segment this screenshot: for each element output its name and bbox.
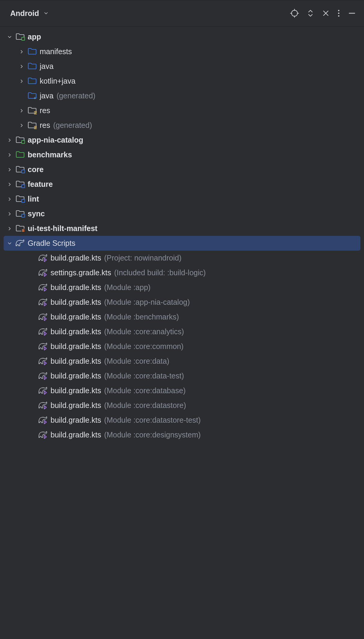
tree-node[interactable]: app-nia-catalog xyxy=(0,133,364,147)
tree-node-hint: (Module :core:analytics) xyxy=(104,327,184,336)
tree-node-hint: (Project: nowinandroid) xyxy=(104,254,181,262)
tree-node-label: build.gradle.kts xyxy=(51,416,101,424)
svg-point-9 xyxy=(338,15,340,17)
tree-node-hint: (Included build: :build-logic) xyxy=(114,268,206,277)
tree-node[interactable]: build.gradle.kts(Module :benchmarks) xyxy=(0,310,364,324)
chevron-right-icon[interactable] xyxy=(6,196,13,203)
tree-node-hint: (Module :app-nia-catalog) xyxy=(104,298,190,307)
chevron-down-icon xyxy=(43,11,49,16)
gradle-file-icon xyxy=(39,431,48,439)
tree-node-label: ui-test-hilt-manifest xyxy=(28,224,97,233)
tree-node-label: lint xyxy=(28,195,39,203)
view-title: Android xyxy=(10,9,39,18)
tree-node[interactable]: build.gradle.kts(Module :core:datastore-… xyxy=(0,413,364,428)
tree-node[interactable]: build.gradle.kts(Module :core:analytics) xyxy=(0,324,364,339)
module-ui-icon xyxy=(16,224,25,233)
tree-node[interactable]: build.gradle.kts(Module :core:database) xyxy=(0,383,364,398)
chevron-right-icon[interactable] xyxy=(6,166,13,173)
module-group-icon xyxy=(16,210,25,218)
chevron-right-icon[interactable] xyxy=(6,210,13,218)
tree-node[interactable]: res(generated) xyxy=(0,118,364,133)
svg-point-0 xyxy=(292,10,298,16)
expand-collapse-icon[interactable] xyxy=(307,9,314,17)
tree-node-hint: (Module :core:data) xyxy=(104,357,169,366)
tree-node-label: manifests xyxy=(40,47,72,56)
chevron-right-icon[interactable] xyxy=(18,122,25,129)
tree-node-label: app-nia-catalog xyxy=(28,136,83,144)
tree-node[interactable]: java xyxy=(0,59,364,74)
tree-node[interactable]: build.gradle.kts(Module :core:data-test) xyxy=(0,369,364,383)
tree-node-label: settings.gradle.kts xyxy=(51,268,111,277)
tree-node[interactable]: build.gradle.kts(Module :core:data) xyxy=(0,354,364,369)
svg-point-7 xyxy=(338,10,340,11)
chevron-right-icon[interactable] xyxy=(18,107,25,114)
chevron-right-icon[interactable] xyxy=(6,151,13,159)
tree-node[interactable]: kotlin+java xyxy=(0,74,364,88)
minimize-icon[interactable] xyxy=(348,9,356,17)
tree-node-label: core xyxy=(28,165,44,174)
chevron-right-icon[interactable] xyxy=(18,63,25,70)
gradle-file-icon xyxy=(39,401,48,410)
tree-node-hint: (Module :benchmarks) xyxy=(104,313,179,321)
tree-node[interactable]: ui-test-hilt-manifest xyxy=(0,221,364,236)
tree-node[interactable]: feature xyxy=(0,177,364,192)
tree-node-label: build.gradle.kts xyxy=(51,313,101,321)
tree-node[interactable]: build.gradle.kts(Module :app) xyxy=(0,280,364,295)
tree-node-label: sync xyxy=(28,209,45,218)
more-icon[interactable] xyxy=(338,9,340,17)
gradle-file-icon xyxy=(39,342,48,351)
folder-green-icon xyxy=(16,151,25,159)
tree-node-label: benchmarks xyxy=(28,150,72,159)
tree-node-hint: (Module :core:datastore) xyxy=(104,401,186,410)
tree-node-label: build.gradle.kts xyxy=(51,431,101,439)
tree-node-label: res xyxy=(40,106,50,115)
tree-node[interactable]: benchmarks xyxy=(0,147,364,162)
tree-node-label: kotlin+java xyxy=(40,77,76,85)
tree-node[interactable]: res xyxy=(0,103,364,118)
tree-node-label: Gradle Scripts xyxy=(28,239,75,248)
module-group-icon xyxy=(16,180,25,189)
folder-blue-icon xyxy=(28,48,37,56)
gradle-file-icon xyxy=(39,387,48,395)
tree-node[interactable]: Gradle Scripts xyxy=(4,236,360,251)
chevron-right-icon[interactable] xyxy=(6,225,13,232)
tree-node-label: java xyxy=(40,62,54,71)
tree-node[interactable]: settings.gradle.kts(Included build: :bui… xyxy=(0,265,364,280)
tree-node[interactable]: build.gradle.kts(Module :app-nia-catalog… xyxy=(0,295,364,310)
module-icon xyxy=(16,33,25,41)
project-tree: appmanifestsjavakotlin+javajava(generate… xyxy=(0,26,364,445)
chevron-right-icon[interactable] xyxy=(6,181,13,188)
tree-node[interactable]: build.gradle.kts(Module :core:datastore) xyxy=(0,398,364,413)
tree-node[interactable]: manifests xyxy=(0,44,364,59)
tree-node[interactable]: build.gradle.kts(Module :core:common) xyxy=(0,339,364,354)
tree-node[interactable]: java(generated) xyxy=(0,88,364,103)
view-selector[interactable]: Android xyxy=(10,9,49,18)
chevron-right-icon[interactable] xyxy=(6,137,13,144)
project-panel: Android appmanifestsjavakotlin+javaj xyxy=(0,0,364,445)
folder-gen-icon xyxy=(28,92,37,100)
target-icon[interactable] xyxy=(290,9,299,18)
chevron-down-icon[interactable] xyxy=(6,240,13,247)
gradle-file-icon xyxy=(39,269,48,277)
tree-node[interactable]: core xyxy=(0,162,364,177)
panel-header: Android xyxy=(0,0,364,26)
tree-node-label: build.gradle.kts xyxy=(51,342,101,351)
tree-node-hint: (Module :core:datastore-test) xyxy=(104,416,201,424)
close-icon[interactable] xyxy=(322,9,330,17)
tree-node-label: build.gradle.kts xyxy=(51,298,101,307)
tree-node[interactable]: sync xyxy=(0,206,364,221)
gradle-file-icon xyxy=(39,416,48,424)
tree-node-hint: (generated) xyxy=(53,121,92,130)
tree-node[interactable]: app xyxy=(0,29,364,44)
module-group-icon xyxy=(16,195,25,203)
tree-node-label: java xyxy=(40,91,54,100)
tree-node[interactable]: lint xyxy=(0,192,364,206)
chevron-right-icon[interactable] xyxy=(18,78,25,85)
gradle-file-icon xyxy=(39,328,48,336)
chevron-down-icon[interactable] xyxy=(6,33,13,41)
tree-node[interactable]: build.gradle.kts(Project: nowinandroid) xyxy=(0,251,364,265)
tree-node-hint: (Module :core:designsystem) xyxy=(104,431,201,439)
chevron-right-icon[interactable] xyxy=(18,48,25,55)
tree-node[interactable]: build.gradle.kts(Module :core:designsyst… xyxy=(0,428,364,442)
gradle-file-icon xyxy=(39,357,48,366)
